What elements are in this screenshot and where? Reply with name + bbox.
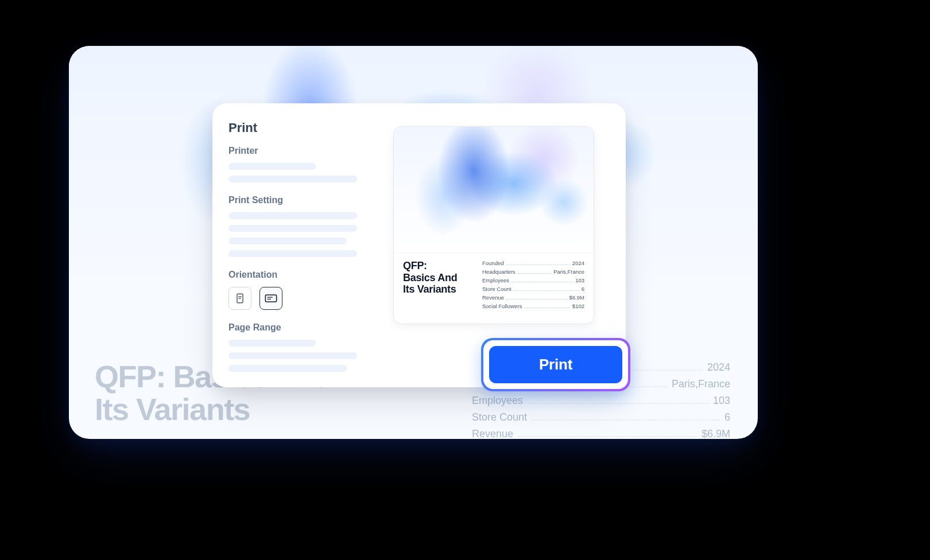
orientation-portrait-button[interactable]	[228, 287, 251, 310]
print-setting-label: Print Setting	[228, 195, 357, 205]
landscape-orientation-icon	[264, 292, 278, 305]
dialog-title: Print	[228, 120, 357, 135]
preview-hero-image	[394, 127, 594, 253]
stat-value: 6	[724, 411, 730, 423]
page-title-line2: Its Variants	[95, 392, 250, 426]
print-button[interactable]: Print	[489, 346, 622, 383]
preview-title: QFP: Basics And QFP:Basics AndIts Varian…	[403, 260, 472, 316]
skeleton-row	[228, 176, 357, 182]
stat-row: Store Count 6	[472, 411, 730, 423]
skeleton-row	[228, 163, 316, 170]
printer-label: Printer	[228, 146, 357, 156]
stat-label: Employees	[472, 395, 523, 407]
orientation-section: Orientation	[228, 270, 357, 310]
skeleton-row	[228, 212, 357, 219]
stat-value: 2024	[707, 361, 730, 374]
print-options-panel: Print Printer Print Setting Orientation	[212, 103, 373, 387]
document-card: QFP: Basics And Its Variants Founded 202…	[69, 46, 758, 439]
skeleton-row	[228, 365, 347, 372]
print-preview-page: QFP: Basics And QFP:Basics AndIts Varian…	[393, 126, 594, 324]
skeleton-row	[228, 352, 357, 359]
portrait-orientation-icon	[234, 292, 246, 305]
svg-rect-3	[265, 295, 276, 302]
stat-label: Store Count	[472, 411, 527, 423]
print-button-highlight: Print	[481, 338, 630, 391]
page-range-label: Page Range	[228, 322, 357, 333]
skeleton-row	[228, 225, 357, 232]
skeleton-row	[228, 238, 347, 244]
stat-value: $6.9M	[702, 428, 730, 439]
printer-section: Printer	[228, 146, 357, 182]
orientation-landscape-button[interactable]	[259, 287, 282, 310]
preview-stats: Founded2024 HeadquartersParis,France Emp…	[482, 260, 584, 316]
stat-value: 103	[713, 395, 730, 407]
stat-row: Revenue $6.9M	[472, 428, 730, 439]
skeleton-row	[228, 250, 357, 257]
page-range-section: Page Range	[228, 322, 357, 372]
orientation-label: Orientation	[228, 270, 357, 280]
print-setting-section: Print Setting	[228, 195, 357, 257]
stat-row: Employees 103	[472, 395, 730, 407]
stat-label: Revenue	[472, 428, 513, 439]
stat-value: Paris,France	[672, 378, 730, 390]
skeleton-row	[228, 340, 316, 347]
